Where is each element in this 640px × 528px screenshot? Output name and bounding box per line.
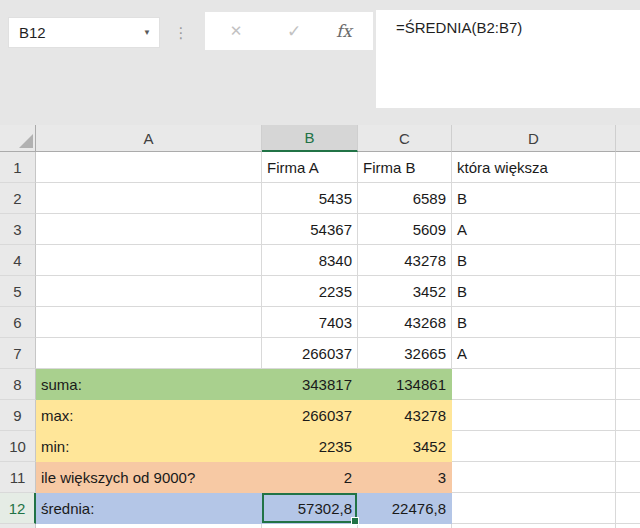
spreadsheet-row-8: 8suma:343817134861 bbox=[0, 369, 640, 400]
spreadsheet-grid: ABCD1Firma AFirma Bktóra większa25435658… bbox=[0, 125, 640, 528]
cell-sliver-5[interactable] bbox=[616, 276, 640, 307]
cell-D12[interactable] bbox=[452, 493, 616, 524]
cell-B6[interactable]: 7403 bbox=[262, 307, 358, 338]
cell-A2[interactable] bbox=[36, 183, 262, 214]
row-header-6[interactable]: 6 bbox=[0, 307, 36, 338]
cell-sliver-3[interactable] bbox=[616, 214, 640, 245]
cell-sliver-8[interactable] bbox=[616, 369, 640, 400]
row-header-13[interactable] bbox=[0, 524, 36, 528]
cell-D8[interactable] bbox=[452, 369, 616, 400]
formula-bar-buttons: ✕ ✓ fx bbox=[205, 12, 373, 50]
spreadsheet-row-3: 3543675609A bbox=[0, 214, 640, 245]
column-header-d[interactable]: D bbox=[452, 125, 616, 152]
cell-A7[interactable] bbox=[36, 338, 262, 369]
cell-C7[interactable]: 32665 bbox=[358, 338, 452, 369]
cell-B3[interactable]: 54367 bbox=[262, 214, 358, 245]
formula-bar-separator-dots-icon[interactable]: ⋮ bbox=[174, 17, 188, 48]
cell-sliver-6[interactable] bbox=[616, 307, 640, 338]
row-header-3[interactable]: 3 bbox=[0, 214, 36, 245]
chevron-down-icon[interactable]: ▼ bbox=[135, 28, 159, 37]
cell-C3[interactable]: 5609 bbox=[358, 214, 452, 245]
fill-handle[interactable] bbox=[351, 517, 359, 525]
cell-B9[interactable]: 266037 bbox=[262, 400, 358, 431]
name-box-value[interactable]: B12 bbox=[9, 24, 135, 41]
cell-D4[interactable]: B bbox=[452, 245, 616, 276]
cell-B10[interactable]: 2235 bbox=[262, 431, 358, 462]
cell-sliver-1[interactable] bbox=[616, 152, 640, 183]
cell-C4[interactable]: 43278 bbox=[358, 245, 452, 276]
column-header-a[interactable]: A bbox=[36, 125, 262, 152]
cell-B7[interactable]: 266037 bbox=[262, 338, 358, 369]
cell-C11[interactable]: 3 bbox=[358, 462, 452, 493]
cell-A1[interactable] bbox=[36, 152, 262, 183]
confirm-icon[interactable]: ✓ bbox=[277, 12, 311, 50]
cell-A10[interactable]: min: bbox=[36, 431, 262, 462]
row-header-7[interactable]: 7 bbox=[0, 338, 36, 369]
formula-text[interactable]: =ŚREDNIA(B2:B7) bbox=[376, 10, 640, 36]
cell-C6[interactable]: 43268 bbox=[358, 307, 452, 338]
cell-sliver-11[interactable] bbox=[616, 462, 640, 493]
column-header-c[interactable]: C bbox=[358, 125, 452, 152]
select-all-triangle-icon bbox=[19, 134, 33, 148]
column-header-b[interactable]: B bbox=[262, 125, 358, 152]
select-all-button[interactable] bbox=[0, 125, 36, 152]
cell-D9[interactable] bbox=[452, 400, 616, 431]
cell-B11[interactable]: 2 bbox=[262, 462, 358, 493]
cell-sliver-13[interactable] bbox=[616, 524, 640, 528]
cell-C5[interactable]: 3452 bbox=[358, 276, 452, 307]
row-header-1[interactable]: 1 bbox=[0, 152, 36, 183]
cancel-icon[interactable]: ✕ bbox=[219, 12, 253, 50]
cell-D5[interactable]: B bbox=[452, 276, 616, 307]
cell-sliver-13[interactable] bbox=[262, 524, 358, 528]
cell-D2[interactable]: B bbox=[452, 183, 616, 214]
name-box[interactable]: B12 ▼ bbox=[8, 17, 160, 48]
cell-B8[interactable]: 343817 bbox=[262, 369, 358, 400]
cell-B2[interactable]: 5435 bbox=[262, 183, 358, 214]
cell-A5[interactable] bbox=[36, 276, 262, 307]
cell-sliver-2[interactable] bbox=[616, 183, 640, 214]
cell-B4[interactable]: 8340 bbox=[262, 245, 358, 276]
cell-sliver-13[interactable] bbox=[36, 524, 262, 528]
cell-A6[interactable] bbox=[36, 307, 262, 338]
cell-sliver-13[interactable] bbox=[358, 524, 452, 528]
cell-D10[interactable] bbox=[452, 431, 616, 462]
row-header-11[interactable]: 11 bbox=[0, 462, 36, 493]
cell-B5[interactable]: 2235 bbox=[262, 276, 358, 307]
cell-C8[interactable]: 134861 bbox=[358, 369, 452, 400]
cell-D11[interactable] bbox=[452, 462, 616, 493]
cell-A11[interactable]: ile większych od 9000? bbox=[36, 462, 262, 493]
spreadsheet-row-10: 10min:22353452 bbox=[0, 431, 640, 462]
cell-sliver-12[interactable] bbox=[616, 493, 640, 524]
row-header-8[interactable]: 8 bbox=[0, 369, 36, 400]
cell-D7[interactable]: A bbox=[452, 338, 616, 369]
cell-sliver-10[interactable] bbox=[616, 431, 640, 462]
row-header-10[interactable]: 10 bbox=[0, 431, 36, 462]
row-header-9[interactable]: 9 bbox=[0, 400, 36, 431]
cell-A9[interactable]: max: bbox=[36, 400, 262, 431]
cell-sliver-13[interactable] bbox=[452, 524, 616, 528]
cell-sliver-7[interactable] bbox=[616, 338, 640, 369]
cell-D3[interactable]: A bbox=[452, 214, 616, 245]
cell-D6[interactable]: B bbox=[452, 307, 616, 338]
row-header-12[interactable]: 12 bbox=[0, 493, 36, 524]
cell-C9[interactable]: 43278 bbox=[358, 400, 452, 431]
cell-sliver-9[interactable] bbox=[616, 400, 640, 431]
cell-C12[interactable]: 22476,8 bbox=[358, 493, 452, 524]
cell-C1[interactable]: Firma B bbox=[358, 152, 452, 183]
formula-input[interactable]: =ŚREDNIA(B2:B7) bbox=[376, 10, 640, 108]
cell-C10[interactable]: 3452 bbox=[358, 431, 452, 462]
insert-function-icon[interactable]: fx bbox=[327, 12, 361, 50]
row-header-4[interactable]: 4 bbox=[0, 245, 36, 276]
cell-B12[interactable]: 57302,8 bbox=[262, 493, 358, 524]
cell-A12[interactable]: średnia: bbox=[36, 493, 262, 524]
cell-C2[interactable]: 6589 bbox=[358, 183, 452, 214]
cell-A3[interactable] bbox=[36, 214, 262, 245]
row-header-2[interactable]: 2 bbox=[0, 183, 36, 214]
row-header-5[interactable]: 5 bbox=[0, 276, 36, 307]
cell-A8[interactable]: suma: bbox=[36, 369, 262, 400]
cell-B1[interactable]: Firma A bbox=[262, 152, 358, 183]
column-header-sliver[interactable] bbox=[616, 125, 640, 152]
cell-sliver-4[interactable] bbox=[616, 245, 640, 276]
cell-D1[interactable]: która większa bbox=[452, 152, 616, 183]
cell-A4[interactable] bbox=[36, 245, 262, 276]
